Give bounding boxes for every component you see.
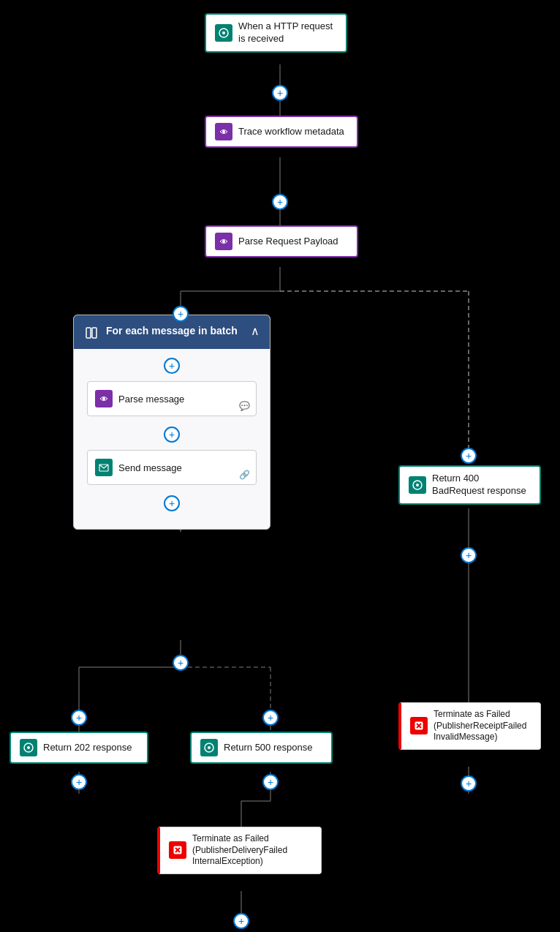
node-return400[interactable]: Return 400 BadRequest response — [398, 465, 541, 505]
add-btn-after-http[interactable]: + — [272, 85, 288, 101]
add-btn-after-foreach[interactable]: + — [173, 655, 189, 671]
inner-add-btn-top[interactable]: + — [164, 358, 180, 374]
add-btn-after-return500[interactable]: + — [262, 774, 279, 790]
add-btn-left-bottom-branch[interactable]: + — [71, 710, 87, 726]
svg-point-41 — [208, 746, 211, 749]
node-terminate-bottom[interactable]: Terminate as Failed (PublisherDeliveryFa… — [157, 827, 322, 874]
add-btn-middle-bottom-branch[interactable]: + — [262, 710, 279, 726]
foreach-icon — [84, 326, 99, 340]
node-send-message[interactable]: Send message 🔗 — [87, 450, 257, 485]
svg-point-31 — [102, 397, 105, 400]
terminate-right-label: Terminate as Failed (PublisherReceiptFai… — [434, 709, 531, 743]
inner-add-btn-bottom[interactable]: + — [164, 495, 180, 511]
return202-label: Return 202 response — [43, 742, 132, 754]
add-btn-after-return400[interactable]: + — [461, 547, 477, 563]
terminate-right-icon — [410, 717, 428, 734]
svg-rect-30 — [92, 328, 97, 338]
inner-add-btn-middle[interactable]: + — [164, 426, 180, 443]
node-return202[interactable]: Return 202 response — [10, 732, 148, 764]
parse-message-icon — [95, 390, 113, 407]
node-terminate-right[interactable]: Terminate as Failed (PublisherReceiptFai… — [398, 702, 541, 750]
return400-label: Return 400 BadRequest response — [432, 473, 531, 497]
svg-rect-29 — [86, 328, 91, 338]
return500-icon — [200, 739, 218, 756]
add-btn-after-trace[interactable]: + — [272, 194, 288, 210]
foreach-label: For each message in batch — [106, 324, 238, 337]
return202-icon — [20, 739, 37, 756]
node-http-trigger[interactable]: When a HTTP request is received — [205, 13, 347, 53]
trace-label: Trace workflow metadata — [238, 126, 344, 138]
http-trigger-label: When a HTTP request is received — [238, 20, 337, 45]
comment-icon-parse: 💬 — [239, 401, 250, 411]
terminate-bottom-icon — [169, 841, 186, 859]
svg-point-28 — [222, 240, 225, 243]
foreach-collapse-btn[interactable]: ∧ — [251, 324, 260, 338]
node-foreach-container: For each message in batch ∧ + Parse mess… — [73, 315, 270, 530]
http-icon — [215, 24, 232, 42]
parse-request-icon — [215, 233, 232, 250]
send-message-icon — [95, 459, 113, 476]
terminate-bottom-label: Terminate as Failed (PublisherDeliveryFa… — [192, 833, 312, 868]
add-btn-after-terminate-bottom[interactable]: + — [233, 913, 249, 929]
foreach-header[interactable]: For each message in batch ∧ — [74, 315, 270, 349]
svg-point-39 — [27, 746, 30, 749]
send-message-label: Send message — [118, 462, 182, 473]
add-btn-left-branch[interactable]: + — [173, 306, 189, 322]
add-btn-after-terminate-right[interactable]: + — [461, 775, 477, 792]
svg-point-34 — [416, 484, 419, 486]
parse-message-label: Parse message — [118, 394, 184, 405]
return400-icon — [409, 476, 426, 494]
parse-request-label: Parse Request Payload — [238, 236, 338, 248]
return500-label: Return 500 response — [224, 742, 312, 754]
comment-icon-send: 🔗 — [239, 470, 250, 480]
workflow-canvas: When a HTTP request is received + Trace … — [0, 0, 560, 932]
node-parse-request[interactable]: Parse Request Payload — [205, 225, 358, 258]
svg-point-27 — [222, 130, 225, 133]
add-btn-after-return202[interactable]: + — [71, 774, 87, 790]
svg-point-26 — [222, 31, 225, 34]
add-btn-right-branch[interactable]: + — [461, 448, 477, 464]
node-parse-message[interactable]: Parse message 💬 — [87, 381, 257, 416]
node-return500[interactable]: Return 500 response — [190, 732, 333, 764]
node-trace-workflow[interactable]: Trace workflow metadata — [205, 116, 358, 148]
trace-icon — [215, 123, 232, 140]
